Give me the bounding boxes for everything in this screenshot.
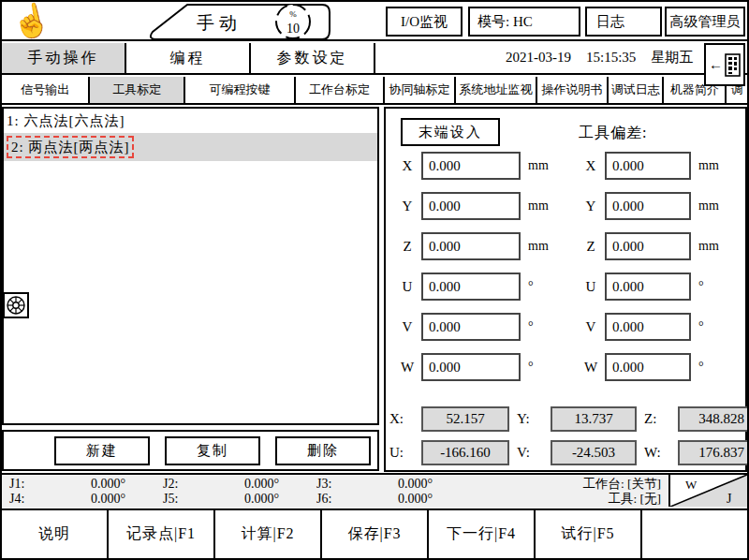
live-x-label: X:: [389, 411, 414, 427]
axis-label: V: [393, 319, 421, 335]
live-u-value: -166.160: [421, 440, 509, 465]
wheel-icon: [6, 295, 26, 316]
manual-hand-icon: ☝: [7, 0, 54, 45]
weekday-text: 星期五: [651, 50, 693, 65]
svg-text:%: %: [289, 9, 297, 19]
end-field-w-input[interactable]: [421, 353, 521, 381]
speed-value: 10: [286, 22, 300, 36]
j5-label: J5:: [163, 492, 195, 507]
next-line-key-f4[interactable]: 下一行|F4: [429, 510, 536, 558]
tab-tool-calibration[interactable]: 工具标定: [90, 77, 185, 103]
unit-label: mm: [698, 239, 723, 254]
j4-value: 0.000°: [41, 492, 129, 507]
offset-field-y-input[interactable]: [605, 192, 691, 220]
axis-label: V: [577, 319, 605, 335]
joint-frame-label: J: [727, 492, 732, 506]
back-arrow-icon: ←: [709, 57, 723, 73]
live-z-value: 348.828: [678, 406, 749, 432]
live-pose-values: X: 52.157 Y: 13.737 Z: 348.828 U: -166.1…: [389, 406, 749, 465]
offset-field-x-input[interactable]: [605, 152, 691, 180]
unit-label: mm: [528, 239, 552, 254]
end-field-u-input[interactable]: [421, 273, 521, 301]
j2-value: 0.000°: [195, 477, 283, 492]
list-item-six-point[interactable]: 1: 六点法[六点法]: [4, 109, 377, 133]
j5-value: 0.000°: [195, 492, 283, 507]
j6-label: J6:: [316, 492, 348, 507]
coord-mode-texts: 工作台: [关节] 工具: [无]: [582, 477, 661, 507]
tab-programming[interactable]: 编程: [126, 43, 251, 73]
selected-item-text: 2: 两点法[两点法]: [7, 136, 134, 158]
trial-run-key-f5[interactable]: 试行|F5: [536, 510, 642, 558]
keypad-icon: [725, 53, 741, 77]
offset-field-w-input[interactable]: [605, 353, 691, 381]
tab-manual-operation[interactable]: 手动操作: [2, 43, 126, 73]
end-field-y-input[interactable]: [421, 192, 521, 220]
offset-field-z-input[interactable]: [605, 232, 691, 260]
io-monitor-button[interactable]: I/O监视: [386, 7, 463, 37]
tab-parameter-settings[interactable]: 参数设定: [251, 43, 375, 73]
offset-field-u-input[interactable]: [605, 273, 691, 301]
list-item-two-point[interactable]: 2: 两点法[两点法]: [4, 133, 377, 161]
time-text: 15:15:35: [586, 50, 636, 65]
unit-label: mm: [528, 199, 552, 214]
new-button[interactable]: 新建: [54, 436, 150, 465]
axis-label: W: [577, 360, 605, 376]
empty-key[interactable]: [642, 510, 747, 558]
status-bar: J1:0.000° J2:0.000° J3:0.000° J4:0.000° …: [2, 473, 747, 508]
unit-label: °: [698, 279, 723, 294]
calculate-key-f2[interactable]: 计算|F2: [215, 510, 322, 558]
mode-label: 手动: [197, 13, 242, 33]
live-v-value: -24.503: [551, 440, 637, 465]
delete-button[interactable]: 删除: [275, 436, 371, 465]
live-z-label: Z:: [644, 411, 670, 427]
unit-label: mm: [698, 199, 723, 214]
end-fields-column: Xmm Ymm Zmm U° V° W°: [393, 152, 552, 381]
log-button[interactable]: 日志: [585, 7, 662, 37]
world-frame-label: W: [685, 478, 698, 492]
record-point-key-f1[interactable]: 记录点|F1: [109, 510, 215, 558]
tab-operation-manual[interactable]: 操作说明书: [537, 77, 609, 103]
keyboard-toggle-button[interactable]: ←: [704, 43, 745, 86]
tab-programmable-keys[interactable]: 可编程按键: [185, 77, 296, 103]
unit-label: °: [698, 319, 723, 334]
axis-label: Y: [393, 199, 421, 214]
live-x-value: 52.157: [421, 406, 509, 432]
pendant-screen: ☝ 手动 % 10 I/O监视 模号: HC 日志 高级管理员 手动操作 编程 …: [0, 0, 749, 560]
end-field-z-input[interactable]: [421, 232, 521, 260]
tab-sync-axis-calibration[interactable]: 协同轴标定: [385, 77, 456, 103]
function-key-row: 说明 记录点|F1 计算|F2 保存|F3 下一行|F4 试行|F5: [2, 508, 747, 558]
axis-label: U: [393, 279, 421, 295]
admin-role-button[interactable]: 高级管理员: [665, 7, 745, 37]
end-field-v-input[interactable]: [421, 313, 521, 341]
end-field-x-input[interactable]: [421, 152, 521, 180]
live-w-value: 176.837: [678, 440, 749, 465]
tab-system-address-monitor[interactable]: 系统地址监视: [456, 77, 537, 103]
help-key[interactable]: 说明: [2, 510, 109, 558]
axis-label: X: [393, 158, 421, 174]
live-v-label: V:: [517, 445, 543, 461]
tab-signal-output[interactable]: 信号输出: [2, 77, 90, 103]
tab-workbench-calibration[interactable]: 工作台标定: [296, 77, 385, 103]
offset-field-v-input[interactable]: [605, 313, 691, 341]
sub-tab-row: 信号输出 工具标定 可编程按键 工作台标定 协同轴标定 系统地址监视 操作说明书…: [2, 77, 747, 105]
mode-banner: 手动 % 10: [142, 3, 339, 41]
tool-mode: 工具: [无]: [582, 492, 661, 507]
model-number-button[interactable]: 模号: HC: [468, 7, 580, 37]
speed-gauge-icon: % 10: [276, 5, 310, 38]
axis-label: U: [577, 279, 605, 295]
live-u-label: U:: [389, 445, 414, 461]
date-text: 2021-03-19: [506, 50, 571, 65]
unit-label: °: [528, 279, 552, 294]
copy-button[interactable]: 复制: [165, 436, 260, 465]
live-y-label: Y:: [517, 411, 543, 427]
offset-fields-column: Xmm Ymm Zmm U° V° W°: [577, 152, 723, 381]
end-set-button[interactable]: 末端设入: [401, 118, 500, 146]
axis-label: X: [577, 158, 605, 174]
workbench-mode: 工作台: [关节]: [582, 477, 661, 492]
jog-wheel-button[interactable]: [3, 292, 29, 318]
list-actions-bar: 新建 复制 删除: [2, 430, 379, 471]
save-key-f3[interactable]: 保存|F3: [322, 510, 429, 558]
datetime-display: 2021-03-1915:15:35星期五: [506, 49, 708, 66]
tab-debug-log[interactable]: 调试日志: [609, 77, 664, 103]
coord-frame-toggle[interactable]: W J: [668, 475, 747, 507]
